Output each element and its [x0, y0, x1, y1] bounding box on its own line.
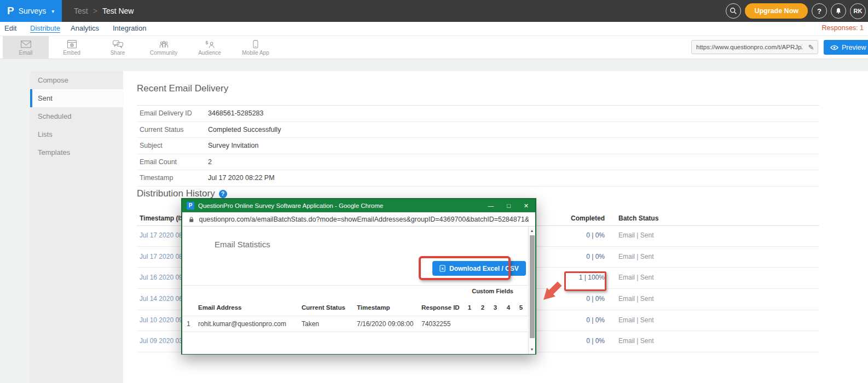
- questionpro-logo-icon: P: [7, 5, 14, 17]
- recent-delivery-table: Email Delivery ID 3468561-5285283 Curren…: [137, 105, 819, 187]
- upgrade-now-label: Upgrade Now: [754, 7, 798, 15]
- kv-label: Timestamp: [140, 170, 173, 186]
- sidebar-item-compose[interactable]: Compose: [30, 71, 123, 89]
- toolbar-item-label: Email: [19, 50, 32, 56]
- sidebar-item-lists[interactable]: Lists: [30, 125, 123, 143]
- top-actions: Upgrade Now ? RK: [726, 3, 866, 19]
- completed-link[interactable]: 0 | 0%: [550, 289, 605, 310]
- toolbar-item-community[interactable]: Community: [141, 36, 187, 59]
- search-icon: [730, 7, 737, 15]
- popup-url-text[interactable]: questionpro.com/a/emailBatchStats.do?mod…: [199, 216, 529, 223]
- sidebar-item-sent[interactable]: Sent: [30, 89, 123, 107]
- custom-fields-label: Custom Fields: [459, 288, 513, 294]
- toolbar-item-label: Audience: [198, 50, 221, 56]
- row-number: 1: [187, 316, 190, 332]
- kv-row-current-status: Current Status Completed Successfully: [137, 122, 819, 138]
- tab-distribute[interactable]: Distribute: [30, 22, 60, 36]
- sidebar-item-templates[interactable]: Templates: [30, 143, 123, 161]
- mobile-app-icon: [252, 40, 259, 49]
- toolbar-item-mobile-app[interactable]: Mobile App: [233, 36, 279, 59]
- batch-status: Email | Sent: [618, 268, 653, 288]
- toolbar-item-embed[interactable]: Embed: [49, 36, 95, 59]
- tab-edit[interactable]: Edit: [4, 22, 16, 36]
- edit-url-pencil-icon[interactable]: ✎: [805, 43, 818, 51]
- kv-value: Completed Successfully: [208, 122, 281, 138]
- current-status-cell: Taken: [302, 316, 319, 332]
- popup-body: Email Statistics x Download Excel / CSV …: [182, 227, 535, 354]
- eye-icon: [830, 45, 838, 50]
- column-header-batch-status: Batch Status: [618, 211, 658, 225]
- tab-analytics[interactable]: Analytics: [71, 22, 99, 36]
- tab-integration[interactable]: Integration: [113, 22, 146, 36]
- timestamp-cell: 7/16/2020 09:08:00: [357, 316, 413, 332]
- completed-link-highlighted[interactable]: 1 | 100%: [550, 268, 605, 288]
- completed-link[interactable]: 0 | 0%: [550, 225, 605, 246]
- help-button[interactable]: ?: [812, 3, 827, 19]
- column-header-response-id: Response ID: [421, 299, 460, 316]
- preview-button[interactable]: Preview: [824, 40, 868, 55]
- user-avatar[interactable]: RK: [850, 3, 866, 19]
- recent-email-delivery-title: Recent Email Delivery: [137, 83, 228, 94]
- lock-icon: [189, 216, 194, 223]
- batch-status: Email | Sent: [618, 225, 653, 246]
- popup-window-title: QuestionPro Online Survey Software Appli…: [198, 202, 484, 209]
- kv-label: Current Status: [140, 122, 184, 138]
- batch-status: Email | Sent: [618, 289, 653, 310]
- kv-row-timestamp: Timestamp Jul 17 2020 08:22 PM: [137, 170, 819, 187]
- minimize-icon[interactable]: —: [488, 202, 494, 210]
- maximize-icon[interactable]: □: [507, 202, 511, 210]
- completed-link[interactable]: 0 | 0%: [550, 310, 605, 331]
- completed-link[interactable]: 0 | 0%: [550, 331, 605, 352]
- distribution-history-title-text: Distribution History: [137, 188, 215, 199]
- excel-file-icon: x: [439, 265, 445, 272]
- distribution-history-help-icon[interactable]: ?: [219, 190, 227, 198]
- kv-label: Subject: [140, 138, 163, 154]
- popup-scrollbar[interactable]: ▲ ▼: [528, 227, 535, 354]
- kv-label: Email Delivery ID: [140, 106, 192, 121]
- questionpro-favicon-icon: P: [187, 202, 194, 210]
- breadcrumb-separator-icon: >: [93, 7, 97, 15]
- surveys-menu-label: Surveys: [19, 7, 47, 15]
- column-header-custom-4: 4: [505, 299, 512, 316]
- notifications-button[interactable]: [831, 3, 846, 19]
- kv-label: Email Count: [140, 154, 177, 170]
- breadcrumb-parent[interactable]: Test: [74, 7, 88, 15]
- scroll-up-icon[interactable]: ▲: [529, 227, 535, 235]
- responses-count-link[interactable]: Responses: 1: [822, 22, 864, 36]
- upgrade-now-button[interactable]: Upgrade Now: [745, 3, 808, 19]
- kv-value: Survey Invitation: [208, 138, 258, 154]
- email-statistics-popup-window: P QuestionPro Online Survey Software App…: [181, 198, 536, 355]
- email-sidebar: Compose Sent Scheduled Lists Templates: [30, 71, 123, 383]
- search-button[interactable]: [726, 3, 741, 19]
- column-header-current-status: Current Status: [302, 299, 345, 316]
- community-icon: [158, 40, 170, 49]
- toolbar-item-label: Community: [150, 50, 178, 56]
- scroll-down-icon[interactable]: ▼: [529, 346, 535, 353]
- batch-status: Email | Sent: [618, 247, 653, 268]
- completed-link[interactable]: 0 | 0%: [550, 247, 605, 268]
- toolbar-item-label: Share: [111, 50, 125, 56]
- survey-url-input[interactable]: [692, 44, 805, 50]
- column-header-custom-2: 2: [479, 299, 486, 316]
- download-button-label: Download Excel / CSV: [449, 265, 519, 272]
- popup-title-bar[interactable]: P QuestionPro Online Survey Software App…: [182, 199, 535, 212]
- breadcrumb-current: Test New: [102, 7, 134, 15]
- popup-table-header-row: Email Address Current Status Timestamp R…: [182, 299, 529, 316]
- svg-text:x: x: [441, 266, 444, 271]
- scrollbar-thumb[interactable]: [530, 235, 535, 338]
- download-excel-csv-button[interactable]: x Download Excel / CSV: [432, 261, 526, 276]
- toolbar-item-audience[interactable]: $ Audience: [187, 36, 233, 59]
- toolbar-item-share[interactable]: Share: [95, 36, 141, 59]
- help-icon: ?: [817, 7, 821, 15]
- toolbar-item-email[interactable]: Email: [3, 36, 49, 59]
- close-icon[interactable]: ✕: [524, 202, 529, 210]
- kv-row-email-count: Email Count 2: [137, 154, 819, 171]
- survey-url-box: ✎: [691, 40, 818, 54]
- surveys-menu-button[interactable]: P Surveys ▾: [0, 0, 62, 22]
- svg-text:$: $: [205, 40, 208, 45]
- column-header-custom-3: 3: [492, 299, 499, 316]
- toolbar-item-label: Embed: [63, 50, 80, 56]
- top-bar: P Surveys ▾ Test > Test New Upgrade Now …: [0, 0, 868, 22]
- kv-row-email-delivery-id: Email Delivery ID 3468561-5285283: [137, 106, 819, 122]
- sidebar-item-scheduled[interactable]: Scheduled: [30, 107, 123, 125]
